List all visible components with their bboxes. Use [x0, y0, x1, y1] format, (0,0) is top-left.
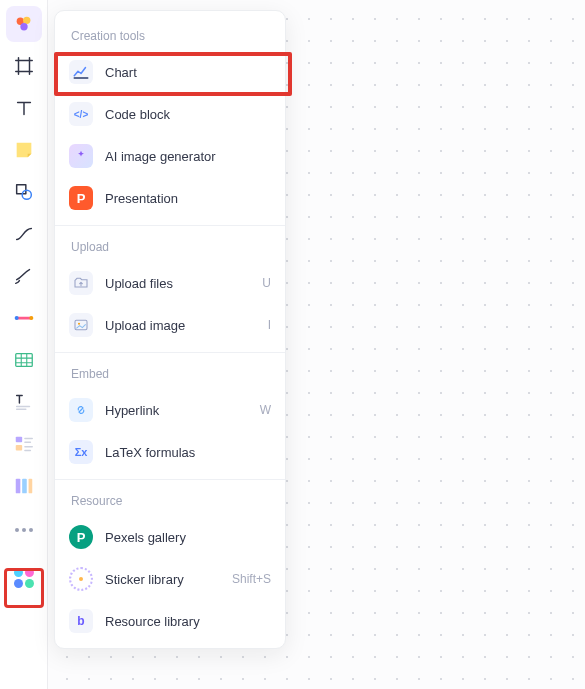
svg-point-1 [23, 17, 30, 24]
divider [55, 225, 285, 226]
item-latex[interactable]: Σx LaTeX formulas [55, 431, 285, 473]
card-layout-icon [13, 433, 35, 455]
item-label: Pexels gallery [105, 530, 271, 545]
item-shortcut: U [262, 276, 271, 290]
item-label: Hyperlink [105, 403, 248, 418]
pexels-icon: P [69, 525, 93, 549]
item-upload-files[interactable]: Upload files U [55, 262, 285, 304]
item-label: Sticker library [105, 572, 220, 587]
more-tools[interactable] [6, 512, 42, 548]
table-tool[interactable] [6, 342, 42, 378]
item-sticker[interactable]: Sticker library Shift+S [55, 558, 285, 600]
item-shortcut: I [268, 318, 271, 332]
svg-point-15 [79, 577, 83, 581]
logo-icon [13, 13, 35, 35]
item-pexels[interactable]: P Pexels gallery [55, 516, 285, 558]
text-tool[interactable] [6, 90, 42, 126]
item-resource-library[interactable]: b Resource library [55, 600, 285, 642]
shape-tool[interactable] [6, 174, 42, 210]
chart-icon [69, 60, 93, 84]
apps-tool[interactable] [6, 560, 42, 596]
frame-icon [13, 55, 35, 77]
section-title-embed: Embed [55, 359, 285, 389]
pen-tool[interactable] [6, 258, 42, 294]
text-icon [13, 97, 35, 119]
item-label: LaTeX formulas [105, 445, 271, 460]
table-icon [13, 349, 35, 371]
connector-tool[interactable] [6, 216, 42, 252]
section-title-resource: Resource [55, 486, 285, 516]
svg-point-5 [14, 316, 18, 320]
more-tools-panel: Creation tools Chart </> Code block AI i… [54, 10, 286, 649]
svg-rect-11 [22, 479, 27, 494]
section-title-upload: Upload [55, 232, 285, 262]
item-label: AI image generator [105, 149, 271, 164]
columns-tool[interactable] [6, 468, 42, 504]
presentation-icon: P [69, 186, 93, 210]
item-upload-image[interactable]: Upload image I [55, 304, 285, 346]
divider [55, 352, 285, 353]
item-label: Presentation [105, 191, 271, 206]
item-chart[interactable]: Chart [55, 51, 285, 93]
svg-rect-12 [28, 479, 32, 494]
sticker-icon [69, 567, 93, 591]
item-label: Chart [105, 65, 271, 80]
item-label: Code block [105, 107, 271, 122]
resource-library-icon: b [69, 609, 93, 633]
sticky-note-tool[interactable] [6, 132, 42, 168]
item-hyperlink[interactable]: Hyperlink W [55, 389, 285, 431]
text-block-tool[interactable] [6, 384, 42, 420]
card-layout-tool[interactable] [6, 426, 42, 462]
item-label: Resource library [105, 614, 271, 629]
item-shortcut: W [260, 403, 271, 417]
sticky-note-icon [13, 139, 35, 161]
item-code-block[interactable]: </> Code block [55, 93, 285, 135]
item-label: Upload image [105, 318, 256, 333]
latex-icon: Σx [69, 440, 93, 464]
text-block-icon [13, 391, 35, 413]
svg-point-6 [29, 316, 33, 320]
divider [55, 479, 285, 480]
item-ai-image[interactable]: AI image generator [55, 135, 285, 177]
svg-point-2 [20, 23, 27, 30]
svg-rect-10 [15, 479, 20, 494]
frame-tool[interactable] [6, 48, 42, 84]
item-label: Upload files [105, 276, 250, 291]
apps-icon [14, 568, 34, 588]
shape-icon [13, 181, 35, 203]
connector-icon [13, 223, 35, 245]
svg-rect-9 [15, 445, 21, 451]
logo-tool[interactable] [6, 6, 42, 42]
svg-rect-7 [15, 354, 32, 367]
ai-image-icon [69, 144, 93, 168]
pen-icon [13, 265, 35, 287]
hyperlink-icon [69, 398, 93, 422]
svg-rect-8 [15, 437, 21, 443]
upload-image-icon [69, 313, 93, 337]
code-icon: </> [69, 102, 93, 126]
columns-icon [13, 475, 35, 497]
svg-point-4 [22, 190, 31, 199]
highlighter-icon [13, 307, 35, 329]
section-title-creation: Creation tools [55, 21, 285, 51]
highlighter-tool[interactable] [6, 300, 42, 336]
svg-point-14 [78, 323, 80, 325]
item-shortcut: Shift+S [232, 572, 271, 586]
svg-rect-3 [16, 185, 25, 194]
item-presentation[interactable]: P Presentation [55, 177, 285, 219]
left-toolbar [0, 0, 48, 689]
upload-files-icon [69, 271, 93, 295]
